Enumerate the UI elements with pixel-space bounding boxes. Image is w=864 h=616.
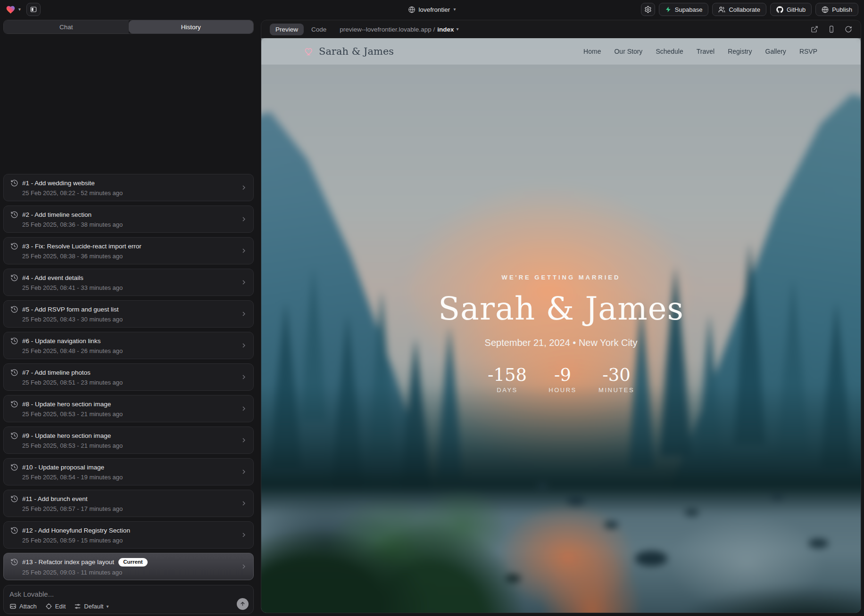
tab-code[interactable]: Code [311, 26, 326, 33]
history-item[interactable]: #7 - Add timeline photos 25 Feb 2025, 08… [3, 363, 254, 391]
refresh-icon[interactable] [845, 25, 852, 33]
history-item[interactable]: #5 - Add RSVP form and guest list 25 Feb… [3, 300, 254, 328]
globe-icon [408, 6, 415, 13]
history-item-title: #12 - Add Honeyfund Registry Section [22, 527, 130, 534]
countdown-label: DAYS [488, 386, 527, 394]
panel-left-icon [30, 6, 37, 13]
history-item-meta: 25 Feb 2025, 08:57 - 17 minutes ago [22, 505, 247, 512]
chevron-right-icon[interactable] [240, 310, 248, 318]
history-item-meta: 25 Feb 2025, 08:53 - 21 minutes ago [22, 411, 247, 418]
github-icon [776, 6, 783, 13]
tab-preview[interactable]: Preview [270, 24, 304, 35]
history-item-title: #3 - Fix: Resolve Lucide-react import er… [22, 243, 141, 250]
history-item-meta: 25 Feb 2025, 08:53 - 21 minutes ago [22, 442, 247, 449]
history-icon [10, 242, 18, 250]
history-item[interactable]: #3 - Fix: Resolve Lucide-react import er… [3, 237, 254, 264]
attach-button[interactable]: Attach [9, 603, 37, 610]
project-switcher[interactable]: lovefrontier ▾ [408, 0, 456, 19]
mode-select[interactable]: Default ▾ [74, 603, 108, 610]
history-item-meta: 25 Feb 2025, 08:36 - 38 minutes ago [22, 221, 247, 228]
chevron-right-icon[interactable] [240, 342, 248, 349]
chevron-right-icon[interactable] [240, 500, 248, 507]
history-icon [10, 432, 18, 440]
countdown-unit: -30 MINUTES [598, 366, 634, 394]
site-nav-link[interactable]: Gallery [765, 48, 786, 55]
history-item[interactable]: #1 - Add wedding website 25 Feb 2025, 08… [3, 174, 254, 201]
collaborate-button[interactable]: Collaborate [712, 3, 766, 16]
tab-history[interactable]: History [129, 20, 254, 33]
chevron-right-icon[interactable] [240, 436, 248, 444]
hero-eyebrow: WE'RE GETTING MARRIED [261, 274, 861, 281]
countdown-unit: -158 DAYS [488, 366, 527, 394]
history-item-title: #11 - Add brunch event [22, 495, 88, 502]
sidebar-tabbar: Chat History [3, 20, 254, 34]
crosshair-icon [45, 603, 52, 610]
publish-globe-icon [822, 6, 829, 13]
history-icon [10, 495, 18, 503]
chevron-right-icon[interactable] [240, 215, 248, 223]
history-item[interactable]: #10 - Update proposal image 25 Feb 2025,… [3, 458, 254, 485]
site-nav-link[interactable]: Travel [697, 48, 714, 55]
site-nav-link[interactable]: RSVP [799, 48, 817, 55]
app-window: ▾ lovefrontier ▾ [0, 0, 864, 616]
history-item[interactable]: #2 - Add timeline section 25 Feb 2025, 0… [3, 205, 254, 233]
send-button[interactable] [237, 598, 249, 610]
hero-section: WE'RE GETTING MARRIED Sarah & James Sept… [261, 274, 861, 394]
chevron-right-icon[interactable] [240, 563, 248, 570]
site-viewport: Sarah & James HomeOur StoryScheduleTrave… [261, 38, 861, 613]
chevron-right-icon[interactable] [240, 373, 248, 381]
history-icon [10, 211, 18, 219]
site-nav-link[interactable]: Our Story [614, 48, 642, 55]
site-nav-link[interactable]: Schedule [656, 48, 683, 55]
sidebar-toggle-button[interactable] [26, 3, 41, 16]
chevron-right-icon[interactable] [240, 247, 248, 255]
logo-chevron-down-icon[interactable]: ▾ [18, 7, 21, 12]
history-item[interactable]: #6 - Update navigation links 25 Feb 2025… [3, 332, 254, 359]
history-item-title: #10 - Update proposal image [22, 464, 104, 471]
chevron-right-icon[interactable] [240, 531, 248, 539]
history-item-title-row: #2 - Add timeline section [22, 211, 91, 218]
project-name: lovefrontier [419, 6, 450, 13]
site-nav-link[interactable]: Registry [728, 48, 752, 55]
history-item-title: #13 - Refactor index page layout [22, 559, 114, 566]
history-item[interactable]: #8 - Update hero section image 25 Feb 20… [3, 395, 254, 422]
history-item[interactable]: #12 - Add Honeyfund Registry Section 25 … [3, 521, 254, 549]
history-icon [10, 463, 18, 471]
chat-input[interactable]: Ask Lovable... [9, 590, 248, 598]
countdown: -158 DAYS -9 HOURS -30 MINUTES [261, 366, 861, 394]
chevron-right-icon[interactable] [240, 184, 248, 191]
tab-chat[interactable]: Chat [4, 20, 129, 33]
lovable-logo-heart-icon[interactable] [6, 5, 16, 15]
publish-button[interactable]: Publish [815, 3, 858, 16]
history-icon [10, 337, 18, 345]
history-item[interactable]: #4 - Add event details 25 Feb 2025, 08:4… [3, 269, 254, 296]
site-nav-link[interactable]: Home [583, 48, 601, 55]
history-item-meta: 25 Feb 2025, 08:41 - 33 minutes ago [22, 284, 247, 291]
open-external-icon[interactable] [811, 25, 818, 33]
supabase-button[interactable]: Supabase [659, 3, 709, 16]
chevron-right-icon[interactable] [240, 405, 248, 412]
edit-button[interactable]: Edit [45, 603, 66, 610]
history-item[interactable]: #9 - Update hero section image 25 Feb 20… [3, 427, 254, 454]
chevron-right-icon[interactable] [240, 468, 248, 476]
hero-date-location: September 21, 2024 • New York City [261, 337, 861, 348]
history-item[interactable]: #11 - Add brunch event 25 Feb 2025, 08:5… [3, 490, 254, 517]
url-page: index [437, 26, 454, 33]
mobile-view-icon[interactable] [828, 25, 835, 33]
site-logo-text: Sarah & James [319, 46, 394, 57]
github-button[interactable]: GitHub [770, 3, 812, 16]
history-item-meta: 25 Feb 2025, 09:03 - 11 minutes ago [22, 569, 247, 576]
site-logo[interactable]: Sarah & James [305, 46, 394, 57]
site-header: Sarah & James HomeOur StoryScheduleTrave… [261, 38, 861, 65]
composer[interactable]: Ask Lovable... Attach Edit [3, 585, 254, 614]
mode-chevron-down-icon: ▾ [106, 604, 108, 609]
countdown-unit: -9 HOURS [546, 366, 580, 394]
chevron-right-icon[interactable] [240, 279, 248, 286]
history-item-title-row: #10 - Update proposal image [22, 464, 104, 471]
history-item-meta: 25 Feb 2025, 08:38 - 36 minutes ago [22, 253, 247, 260]
preview-url[interactable]: preview--lovefrontier.lovable.app / inde… [340, 26, 458, 33]
settings-button[interactable] [641, 3, 655, 16]
history-item-title-row: #8 - Update hero section image [22, 401, 111, 408]
history-item[interactable]: #13 - Refactor index page layout Current… [3, 553, 254, 580]
current-badge: Current [118, 558, 148, 567]
